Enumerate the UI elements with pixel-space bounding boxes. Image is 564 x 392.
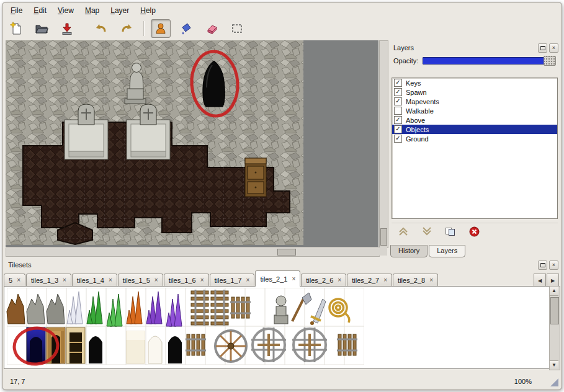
scroll-down-icon[interactable]: ▼ [550,360,558,370]
tab-close-icon[interactable]: × [429,277,433,283]
tab-history[interactable]: History [390,245,427,257]
save-icon [60,22,74,35]
tileset-tab[interactable]: tiles_2_8 × [393,274,438,287]
tile-statue-bust[interactable] [274,296,288,324]
layer-visibility-checkbox[interactable] [394,107,402,115]
tile-pale-arch[interactable] [148,336,162,363]
tileset-tab[interactable]: tiles_2_6 × [301,274,346,287]
tab-close-icon[interactable]: × [63,277,66,283]
tileset-tab[interactable]: tiles_1_6 × [164,274,209,287]
layer-row-selected[interactable]: ✓ Objects [392,125,557,134]
tab-close-icon[interactable]: × [383,277,387,283]
tileset-tab[interactable]: 5 × [4,274,25,287]
eraser-tool-button[interactable] [202,19,222,38]
tileset-view[interactable] [4,286,550,369]
cursor-coordinates: 17, 7 [10,378,25,385]
menu-map[interactable]: Map [79,4,105,17]
layer-row[interactable]: ✓ Keys [392,78,557,87]
layer-list[interactable]: ✓ Keys ✓ Spawn ✓ Mapevents Walkable ✓ Ab… [392,78,558,219]
menu-layer[interactable]: Layer [105,4,135,17]
tab-close-icon[interactable]: × [154,277,158,283]
tileset-tab-bar: 5 × tiles_1_3 × tiles_1_4 × tiles_1_5 × … [4,270,535,287]
open-file-button[interactable] [32,19,51,38]
move-layer-up-button[interactable] [396,225,410,238]
map-viewport[interactable] [6,40,378,247]
layer-row[interactable]: ✓ Spawn [392,87,557,97]
tileset-canvas[interactable] [4,287,542,366]
scroll-up-icon[interactable]: ▲ [550,287,558,296]
tileset-tab[interactable]: tiles_1_3 × [26,274,71,287]
status-bar: 17, 7 100% [2,375,562,388]
tilesets-panel: Tilesets × 5 × tiles_1_3 × tiles_1_4 × t… [4,260,560,370]
layer-name: Mapevents [406,98,439,105]
tileset-tab-label: tiles_2_1 [260,275,287,283]
tileset-scrollbar[interactable]: ▲ ▼ [549,286,560,370]
rect-select-tool-button[interactable] [227,19,247,38]
resize-grip[interactable] [550,378,558,386]
opacity-slider-handle[interactable] [544,56,556,66]
tab-close-icon[interactable]: × [338,277,341,283]
layers-panel: Layers × Opacity: ✓ Keys ✓ Spawn ✓ Ma [389,43,560,257]
layer-name: Objects [406,126,429,133]
layer-visibility-checkbox[interactable]: ✓ [394,97,402,105]
layer-visibility-checkbox[interactable]: ✓ [394,88,402,96]
tile-black-arch[interactable] [89,336,102,363]
save-button[interactable] [57,19,77,38]
opacity-row: Opacity: [389,55,560,66]
opacity-slider[interactable] [423,57,556,65]
menu-file[interactable]: File [5,4,28,17]
delete-layer-button[interactable] [467,225,481,238]
tab-close-icon[interactable]: × [109,277,112,283]
tab-layers[interactable]: Layers [429,245,465,257]
tab-close-icon[interactable]: × [292,276,295,282]
tileset-tab-label: tiles_2_6 [306,277,333,284]
menu-view[interactable]: View [52,4,79,17]
undo-button[interactable] [91,19,111,38]
app-window: File Edit View Map Layer Help [2,2,562,390]
duplicate-layer-button[interactable] [444,225,457,238]
layer-visibility-checkbox[interactable]: ✓ [394,135,402,143]
layer-visibility-checkbox[interactable]: ✓ [394,125,402,133]
tab-close-icon[interactable]: × [200,277,204,283]
layer-row[interactable]: ✓ Mapevents [392,97,557,106]
stamp-tool-button[interactable] [151,19,171,38]
move-layer-down-button[interactable] [420,225,434,238]
tile-black-arch[interactable] [168,336,182,363]
selected-tile-dark-blue[interactable] [27,327,45,363]
layer-visibility-checkbox[interactable]: ✓ [394,116,402,124]
tab-close-icon[interactable]: × [17,277,20,283]
map-horizontal-scrollbar[interactable] [6,247,380,257]
menu-help[interactable]: Help [135,4,161,17]
menu-edit[interactable]: Edit [28,4,52,17]
tileset-tab-active[interactable]: tiles_2_1 × [255,270,300,287]
tab-close-icon[interactable]: × [246,277,250,283]
fill-tool-button[interactable] [176,19,196,38]
new-file-button[interactable] [6,19,26,38]
tileset-tab[interactable]: tiles_2_7 × [347,274,392,287]
duplicate-layer-icon [445,227,456,236]
close-panel-button[interactable]: × [549,43,558,53]
tileset-scrollbar-thumb[interactable] [550,297,559,324]
redo-button[interactable] [117,19,137,38]
tileset-tab[interactable]: tiles_1_7 × [210,274,255,287]
menu-bar: File Edit View Map Layer Help [5,4,161,17]
layer-row[interactable]: ✓ Ground [392,134,557,143]
tile-cupboard[interactable] [66,327,85,363]
close-panel-button[interactable]: × [549,261,558,270]
tileset-tab[interactable]: tiles_1_5 × [118,274,163,287]
tile-pale[interactable] [127,331,145,363]
float-panel-button[interactable] [538,261,547,270]
map-horizontal-scrollbar-thumb[interactable] [277,249,296,256]
layer-name: Keys [406,79,421,87]
map-vertical-scrollbar-thumb[interactable] [380,228,387,246]
tileset-tab[interactable]: tiles_1_4 × [72,274,117,287]
tile-wheel[interactable] [215,331,246,362]
layer-row[interactable]: ✓ Above [392,115,557,125]
layer-visibility-checkbox[interactable]: ✓ [394,79,402,87]
tileset-tab-label: 5 [9,277,12,284]
float-panel-button[interactable] [538,43,547,53]
tileset-tab-label: tiles_1_7 [215,277,242,284]
map-canvas[interactable] [6,40,303,245]
layer-row[interactable]: Walkable [392,106,557,115]
map-vertical-scrollbar[interactable] [379,40,388,248]
